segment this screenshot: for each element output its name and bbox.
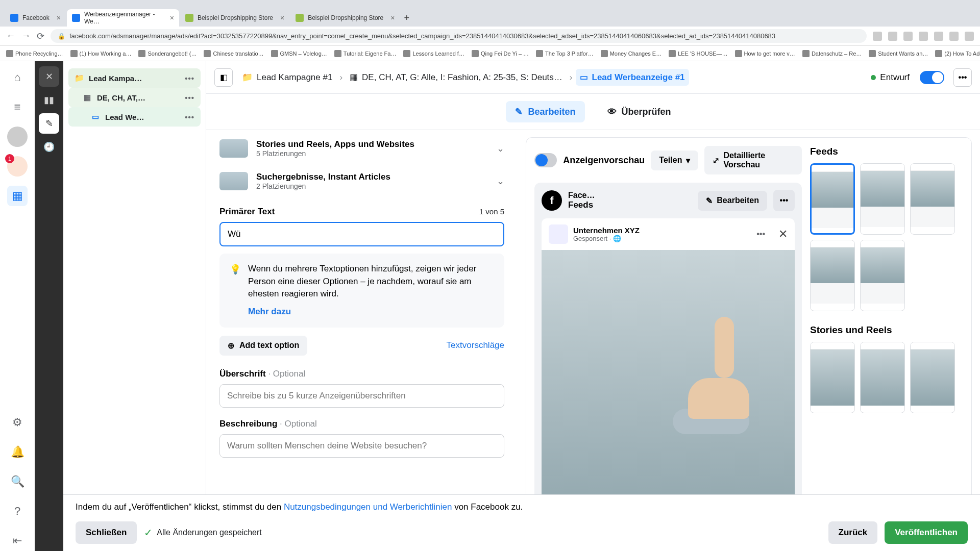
crumb-ad[interactable]: ▭ Lead Werbeanzeige #1 xyxy=(576,69,689,86)
url-input[interactable]: 🔒facebook.com/adsmanager/manage/ads/edit… xyxy=(51,29,867,43)
notification-badge[interactable]: 1 xyxy=(7,156,28,177)
tree-ad[interactable]: ▭ Lead We… ••• xyxy=(68,107,201,127)
bookmark[interactable]: Qing Fei De Yi – … xyxy=(472,50,529,57)
add-text-option-button[interactable]: ⊕Add text option xyxy=(219,336,307,356)
bookmark[interactable]: Student Wants an… xyxy=(869,50,928,57)
variant-thumb[interactable] xyxy=(860,240,905,311)
bookmark[interactable]: Lessons Learned f… xyxy=(403,50,464,57)
optional-label: · Optional xyxy=(277,419,317,429)
tab-review[interactable]: 👁Überprüfen xyxy=(598,101,680,122)
variant-thumb[interactable] xyxy=(810,342,855,413)
chart-icon[interactable]: ▮▮ xyxy=(39,90,59,110)
preview-edit-button[interactable]: ✎Bearbeiten xyxy=(698,191,767,211)
close-icon[interactable]: ✕ xyxy=(39,66,59,87)
variant-thumb[interactable] xyxy=(860,342,905,413)
chevron-right-icon: › xyxy=(570,72,573,83)
new-tab-button[interactable]: + xyxy=(401,10,412,27)
more-icon[interactable]: ••• xyxy=(953,68,972,87)
forward-icon[interactable]: → xyxy=(21,31,31,41)
more-icon[interactable]: ••• xyxy=(185,93,194,102)
tree-adset[interactable]: ▦ DE, CH, AT,… ••• xyxy=(68,88,201,107)
search-icon[interactable]: 🔍 xyxy=(7,471,28,492)
browser-tab[interactable]: Facebook× xyxy=(5,9,66,27)
detailed-preview-button[interactable]: ⤢Detaillierte Vorschau xyxy=(704,146,802,174)
headline-label: Überschrift xyxy=(219,369,266,379)
bookmark[interactable]: How to get more v… xyxy=(735,50,795,57)
share-button[interactable]: Teilen ▾ xyxy=(651,151,698,170)
menu-icon[interactable]: ≡ xyxy=(7,97,28,117)
variant-thumb[interactable] xyxy=(910,342,955,413)
variant-thumb[interactable] xyxy=(810,163,855,235)
more-icon[interactable]: ••• xyxy=(756,230,765,239)
panel-toggle-button[interactable]: ◧ xyxy=(214,68,233,87)
bookmark[interactable]: Chinese translatio… xyxy=(204,50,263,57)
bookmark[interactable]: LEE 'S HOUSE—… xyxy=(669,50,727,57)
placement-thumb xyxy=(219,172,248,190)
headline-input[interactable] xyxy=(219,384,504,408)
preview-toggle[interactable] xyxy=(534,153,557,167)
more-icon[interactable]: ••• xyxy=(185,74,194,83)
close-icon[interactable]: × xyxy=(390,14,395,22)
badge-count: 1 xyxy=(5,154,14,163)
more-icon[interactable]: ••• xyxy=(773,190,795,211)
tab-edit[interactable]: ✎Bearbeiten xyxy=(506,101,584,122)
ad-toggle[interactable] xyxy=(920,71,944,84)
bookmark[interactable]: The Top 3 Platfor… xyxy=(536,50,594,57)
bookmark[interactable]: Phone Recycling… xyxy=(6,50,63,57)
description-input[interactable] xyxy=(219,434,504,458)
bell-icon[interactable]: 🔔 xyxy=(7,442,28,462)
preview-variants: Feeds Stories und Reels xyxy=(810,146,963,535)
home-icon[interactable]: ⌂ xyxy=(7,67,28,88)
variant-thumb[interactable] xyxy=(910,163,955,235)
bookmark[interactable]: Money Changes E… xyxy=(601,50,662,57)
bookmark[interactable]: GMSN – Volelog… xyxy=(271,50,327,57)
form-column: Stories und Reels, Apps und Websites 5 P… xyxy=(206,130,518,551)
bookmark[interactable]: Tutorial: Eigene Fa… xyxy=(334,50,397,57)
collapse-icon[interactable]: ⇤ xyxy=(7,531,28,551)
close-button[interactable]: Schließen xyxy=(76,521,137,544)
crumb-adset[interactable]: ▦ DE, CH, AT, G: Alle, I: Fashion, A: 25… xyxy=(346,69,567,86)
tree-campaign[interactable]: 📁 Lead Kampa… ••• xyxy=(68,68,201,88)
optional-label: · Optional xyxy=(266,369,306,379)
reload-icon[interactable]: ⟳ xyxy=(37,31,44,42)
browser-tab[interactable]: Beispiel Dropshipping Store× xyxy=(290,9,400,27)
bookmark[interactable]: Sonderangebot! (… xyxy=(138,50,197,57)
close-icon[interactable]: × xyxy=(57,14,61,22)
publish-button[interactable]: Veröffentlichen xyxy=(885,521,968,544)
placement-count: 5 Platzierungen xyxy=(256,149,414,158)
ad-image xyxy=(542,250,795,528)
preview-network: Face… xyxy=(568,191,595,200)
close-icon[interactable]: ✕ xyxy=(778,228,788,241)
close-icon[interactable]: × xyxy=(280,14,284,22)
chevron-down-icon[interactable]: ⌄ xyxy=(497,143,504,154)
chevron-down-icon[interactable]: ⌄ xyxy=(497,176,504,187)
more-icon[interactable]: ••• xyxy=(185,113,194,121)
bookmark[interactable]: (1) How Working a… xyxy=(70,50,132,57)
browser-tab[interactable]: Werbeanzeigenmanager - We…× xyxy=(67,9,179,27)
text-suggestions-link[interactable]: Textvorschläge xyxy=(447,340,504,350)
placement-group[interactable]: Suchergebnisse, Instant Articles 2 Platz… xyxy=(219,165,504,197)
bookmark[interactable]: Datenschutz – Re… xyxy=(802,50,862,57)
gear-icon[interactable]: ⚙ xyxy=(7,412,28,433)
grid-icon[interactable]: ▦ xyxy=(7,186,28,206)
ad-icon: ▭ xyxy=(91,112,100,121)
variant-thumb[interactable] xyxy=(810,240,855,311)
variant-thumb[interactable] xyxy=(860,163,905,235)
learn-more-link[interactable]: Mehr dazu xyxy=(248,306,291,318)
help-icon[interactable]: ? xyxy=(7,501,28,521)
variants-title: Stories und Reels xyxy=(810,324,963,336)
primary-text-input[interactable] xyxy=(219,222,504,246)
crumb-campaign[interactable]: 📁 Lead Kampagne #1 xyxy=(238,69,336,86)
tree-label: Lead Kampa… xyxy=(89,74,142,83)
back-button[interactable]: Zurück xyxy=(828,521,878,544)
history-icon[interactable]: 🕘 xyxy=(39,137,59,157)
edit-icon[interactable]: ✎ xyxy=(39,113,59,134)
placement-group[interactable]: Stories und Reels, Apps und Websites 5 P… xyxy=(219,132,504,165)
terms-link[interactable]: Nutzungsbedingungen und Werberichtlinien xyxy=(284,502,452,512)
back-icon[interactable]: ← xyxy=(6,31,15,41)
close-icon[interactable]: × xyxy=(170,14,174,22)
browser-tab-strip: Facebook× Werbeanzeigenmanager - We…× Be… xyxy=(0,0,980,27)
browser-tab[interactable]: Beispiel Dropshipping Store× xyxy=(180,9,289,27)
bookmark[interactable]: (2) How To Add A… xyxy=(935,50,980,57)
avatar[interactable] xyxy=(7,127,28,147)
